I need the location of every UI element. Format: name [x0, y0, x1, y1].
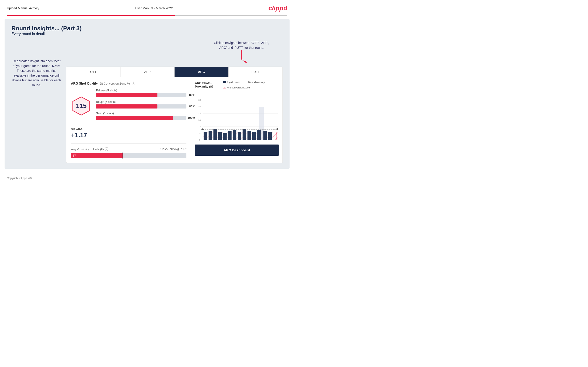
svg-rect-23	[213, 129, 217, 140]
svg-rect-27	[233, 130, 236, 140]
main-content: Round Insights... (Part 3) Every round i…	[5, 19, 290, 169]
bar-track-fairway: 80%	[96, 93, 186, 97]
annotation-block: Click to navigate between 'OTT', 'APP','…	[214, 41, 269, 65]
chart-svg: 0 5 10 15 20 25 30	[195, 92, 279, 142]
header-divider	[7, 15, 287, 16]
svg-text:30: 30	[198, 99, 201, 101]
hexagon-value: 115	[76, 102, 87, 110]
svg-rect-25	[223, 133, 227, 140]
legend-swatch-hatched	[223, 87, 226, 88]
left-note: Get greater insight into each facet of y…	[11, 41, 62, 88]
annotation-text: Click to navigate between 'OTT', 'APP','…	[214, 41, 269, 50]
sg-area: SG ARG +1.17	[71, 128, 186, 139]
svg-text:0: 0	[199, 139, 200, 141]
svg-rect-28	[238, 132, 241, 140]
svg-rect-22	[208, 131, 212, 140]
page-title: Round Insights... (Part 3)	[11, 25, 283, 32]
legend-item-avg: Round Average	[243, 81, 266, 83]
left-panel: ARG Shot Quality 6ft Conversion Zone % ?	[66, 77, 191, 163]
svg-rect-24	[218, 132, 222, 140]
pga-avg: PGA Tour Avg: 7'10"	[159, 148, 186, 151]
svg-text:8: 8	[277, 128, 278, 131]
svg-text:10: 10	[198, 125, 201, 128]
chart-title: ARG Shots - Proximity (ft)	[195, 81, 223, 88]
legend-label-avg: Round Average	[248, 81, 266, 83]
legend-item-zone: 6 ft conversion zone	[223, 86, 250, 89]
svg-rect-34	[263, 131, 267, 140]
bar-label-rough: Rough (5 shots)	[96, 100, 186, 103]
bar-rows: Fairway (5 shots) 80% Rough (5 shots)	[96, 89, 186, 123]
annotation-area: Click to navigate between 'OTT', 'APP','…	[66, 41, 283, 65]
svg-text:25: 25	[198, 105, 201, 108]
bar-fill-fairway	[96, 93, 157, 97]
tab-arg[interactable]: ARG	[174, 67, 229, 77]
svg-rect-21	[204, 132, 207, 140]
tab-ott[interactable]: OTT	[66, 67, 121, 77]
prox-cursor	[122, 152, 123, 159]
svg-rect-35	[268, 132, 272, 140]
svg-rect-29	[242, 129, 246, 140]
bar-label-fairway: Fairway (5 shots)	[96, 89, 186, 92]
hexagon: 115	[71, 96, 92, 116]
prox-bar-value: 77'	[73, 154, 77, 157]
bar-percent-sand: 100%	[188, 116, 195, 120]
card-container: Click to navigate between 'OTT', 'APP','…	[66, 41, 283, 163]
upload-label[interactable]: Upload Manual Activity	[7, 6, 39, 10]
legend: Up & Down Round Average 6 ft conversion …	[223, 81, 279, 89]
proximity-help-icon[interactable]: ?	[105, 147, 108, 151]
main-card: OTT APP ARG PUTT ARG Shot Quality 6ft Co…	[66, 67, 283, 163]
svg-text:5: 5	[199, 132, 200, 134]
bar-fill-sand	[96, 116, 173, 120]
annotation-arrow	[232, 50, 251, 64]
proximity-header: Avg Proximity to Hole (ft) ? PGA Tour Av…	[71, 147, 186, 151]
svg-line-1	[242, 59, 246, 63]
svg-rect-33	[257, 130, 260, 140]
arg-dashboard-button[interactable]: ARG Dashboard	[195, 144, 279, 156]
legend-label-zone: 6 ft conversion zone	[227, 86, 250, 89]
bar-label-sand: Sand (1 shots)	[96, 112, 186, 115]
bar-percent-fairway: 80%	[189, 93, 195, 97]
manual-label: User Manual - March 2022	[135, 6, 173, 10]
prox-bar-track: 77'	[71, 153, 186, 158]
bar-track-rough: 80%	[96, 104, 186, 108]
hexagon-area: 115 Fairway (5 shots) 80%	[71, 89, 186, 123]
bar-row-sand: Sand (1 shots) 100%	[96, 112, 186, 120]
svg-text:15: 15	[198, 118, 201, 121]
legend-label-updown: Up & Down	[227, 81, 240, 83]
note-emphasis: Note:	[52, 64, 60, 68]
page-subtitle: Every round in detail	[11, 32, 283, 36]
legend-item-updown: Up & Down	[223, 81, 240, 83]
content-layout: Get greater insight into each facet of y…	[11, 41, 283, 163]
svg-rect-26	[228, 131, 231, 140]
tab-app[interactable]: APP	[121, 67, 174, 77]
svg-text:20: 20	[198, 112, 201, 114]
svg-rect-36	[273, 132, 277, 140]
proximity-label: Avg Proximity to Hole (ft) ?	[71, 147, 108, 151]
svg-marker-38	[201, 128, 204, 130]
tabs: OTT APP ARG PUTT	[66, 67, 283, 77]
bar-fill-rough	[96, 104, 157, 108]
card-body: ARG Shot Quality 6ft Conversion Zone % ?	[66, 77, 283, 163]
header: Upload Manual Activity User Manual - Mar…	[0, 0, 294, 15]
legend-swatch-solid	[223, 81, 226, 83]
sg-label: SG ARG	[71, 128, 186, 131]
sg-value: +1.17	[71, 132, 186, 139]
copyright: Copyright Clippd 2021	[0, 172, 294, 184]
legend-swatch-dashed	[243, 82, 247, 82]
chart-header: ARG Shots - Proximity (ft) Up & Down Rou…	[195, 81, 279, 89]
help-icon[interactable]: ?	[132, 82, 135, 85]
bar-percent-rough: 80%	[189, 104, 195, 108]
conversion-label: 6ft Conversion Zone %	[99, 82, 130, 85]
section-header: ARG Shot Quality 6ft Conversion Zone % ?	[71, 82, 186, 85]
shot-quality-label: ARG Shot Quality	[71, 82, 98, 85]
bar-row-rough: Rough (5 shots) 80%	[96, 100, 186, 108]
tab-putt[interactable]: PUTT	[229, 67, 283, 77]
chart-area: 0 5 10 15 20 25 30	[195, 92, 279, 142]
svg-rect-30	[247, 131, 251, 140]
prox-bar-fill: 77'	[71, 153, 123, 158]
right-panel: ARG Shots - Proximity (ft) Up & Down Rou…	[191, 77, 283, 163]
proximity-section: Avg Proximity to Hole (ft) ? PGA Tour Av…	[71, 143, 186, 158]
page-header: Round Insights... (Part 3) Every round i…	[11, 25, 283, 36]
svg-rect-32	[252, 132, 256, 140]
bar-track-sand: 100%	[96, 116, 186, 120]
